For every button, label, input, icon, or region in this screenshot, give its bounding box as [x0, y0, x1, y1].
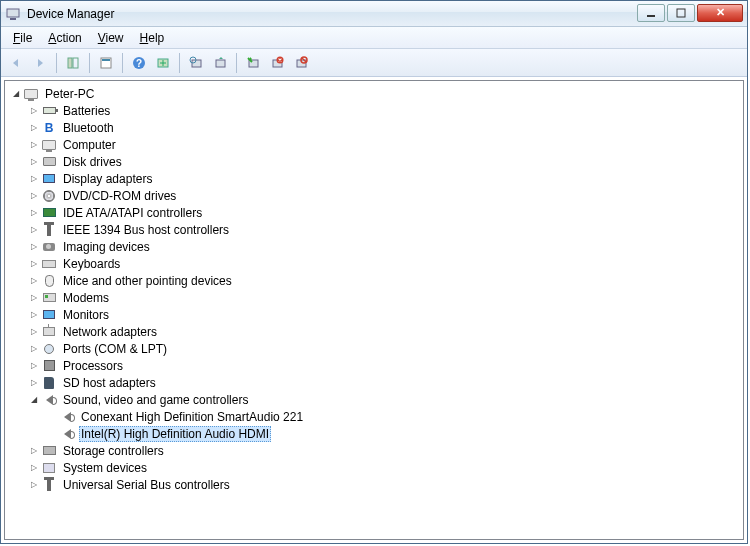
- tree-item-label: DVD/CD-ROM drives: [61, 189, 178, 203]
- forward-button[interactable]: [29, 52, 51, 74]
- tree-category[interactable]: ▷SD host adapters: [5, 374, 743, 391]
- menu-view[interactable]: View: [90, 29, 132, 47]
- close-button[interactable]: ✕: [697, 4, 743, 22]
- port-icon: [41, 341, 57, 357]
- battery-icon: [41, 103, 57, 119]
- toolbar: ?: [1, 49, 747, 77]
- minimize-button[interactable]: [637, 4, 665, 22]
- help-button[interactable]: ?: [128, 52, 150, 74]
- update-driver-button[interactable]: [209, 52, 231, 74]
- tree-category[interactable]: ▷Imaging devices: [5, 238, 743, 255]
- tree-item-label: Storage controllers: [61, 444, 166, 458]
- tree-category[interactable]: ▷IEEE 1394 Bus host controllers: [5, 221, 743, 238]
- expand-icon[interactable]: ▷: [29, 361, 39, 371]
- expand-icon[interactable]: ▷: [29, 480, 39, 490]
- expand-icon[interactable]: ▷: [29, 463, 39, 473]
- svg-rect-3: [677, 9, 685, 17]
- expand-icon[interactable]: ▷: [29, 225, 39, 235]
- menu-help[interactable]: Help: [132, 29, 173, 47]
- tree-category[interactable]: ▷Storage controllers: [5, 442, 743, 459]
- tree-category[interactable]: ▷Display adapters: [5, 170, 743, 187]
- expand-icon[interactable]: ▷: [29, 191, 39, 201]
- camera-icon: [41, 239, 57, 255]
- tree-item-label: Monitors: [61, 308, 111, 322]
- title-bar[interactable]: Device Manager ✕: [1, 1, 747, 27]
- tree-category[interactable]: ▷Disk drives: [5, 153, 743, 170]
- scan-hardware-button[interactable]: [185, 52, 207, 74]
- expand-icon[interactable]: ▷: [29, 174, 39, 184]
- expand-icon[interactable]: ▷: [29, 276, 39, 286]
- menu-bar: File Action View Help: [1, 27, 747, 49]
- tree-category[interactable]: ▷Batteries: [5, 102, 743, 119]
- expand-icon[interactable]: ▷: [29, 446, 39, 456]
- uninstall-button[interactable]: [266, 52, 288, 74]
- tree-category[interactable]: ▷Universal Serial Bus controllers: [5, 476, 743, 493]
- device-tree-panel[interactable]: ◢Peter-PC▷Batteries▷BBluetooth▷Computer▷…: [4, 80, 744, 540]
- expand-icon[interactable]: ▷: [29, 378, 39, 388]
- tree-category[interactable]: ▷Monitors: [5, 306, 743, 323]
- action-button[interactable]: [152, 52, 174, 74]
- tree-category[interactable]: ▷BBluetooth: [5, 119, 743, 136]
- collapse-icon[interactable]: ◢: [11, 89, 21, 99]
- show-hide-console-tree-button[interactable]: [62, 52, 84, 74]
- expand-icon[interactable]: ▷: [29, 106, 39, 116]
- tree-root[interactable]: ◢Peter-PC: [5, 85, 743, 102]
- toolbar-separator: [89, 53, 90, 73]
- tree-item-label: Peter-PC: [43, 87, 96, 101]
- toolbar-separator: [56, 53, 57, 73]
- device-manager-window: Device Manager ✕ File Action View Help ?…: [0, 0, 748, 544]
- back-button[interactable]: [5, 52, 27, 74]
- svg-rect-2: [647, 15, 655, 17]
- tree-device[interactable]: Intel(R) High Definition Audio HDMI: [5, 425, 743, 442]
- svg-rect-13: [216, 60, 225, 67]
- svg-rect-11: [192, 60, 201, 67]
- bluetooth-icon: B: [41, 120, 57, 136]
- menu-action[interactable]: Action: [40, 29, 89, 47]
- tree-category[interactable]: ▷System devices: [5, 459, 743, 476]
- maximize-button[interactable]: [667, 4, 695, 22]
- menu-file[interactable]: File: [5, 29, 40, 47]
- tree-item-label: SD host adapters: [61, 376, 158, 390]
- tree-category[interactable]: ▷IDE ATA/ATAPI controllers: [5, 204, 743, 221]
- sound-icon: [41, 392, 57, 408]
- enable-button[interactable]: [242, 52, 264, 74]
- tree-category[interactable]: ◢Sound, video and game controllers: [5, 391, 743, 408]
- expand-icon[interactable]: ▷: [29, 242, 39, 252]
- expand-icon[interactable]: ▷: [29, 293, 39, 303]
- mouse-icon: [41, 273, 57, 289]
- device-tree[interactable]: ◢Peter-PC▷Batteries▷BBluetooth▷Computer▷…: [5, 85, 743, 493]
- tree-category[interactable]: ▷Modems: [5, 289, 743, 306]
- tree-item-label: Imaging devices: [61, 240, 152, 254]
- collapse-icon[interactable]: ◢: [29, 395, 39, 405]
- disable-button[interactable]: [290, 52, 312, 74]
- svg-rect-4: [68, 58, 72, 68]
- tree-category[interactable]: ▷Network adapters: [5, 323, 743, 340]
- sd-icon: [41, 375, 57, 391]
- tree-category[interactable]: ▷DVD/CD-ROM drives: [5, 187, 743, 204]
- tree-item-label: Intel(R) High Definition Audio HDMI: [79, 426, 271, 442]
- modem-icon: [41, 290, 57, 306]
- usb-icon: [41, 222, 57, 238]
- expand-icon[interactable]: ▷: [29, 259, 39, 269]
- svg-rect-7: [102, 59, 110, 61]
- expand-icon[interactable]: ▷: [29, 344, 39, 354]
- expand-icon[interactable]: ▷: [29, 123, 39, 133]
- expand-icon[interactable]: ▷: [29, 140, 39, 150]
- expand-icon[interactable]: ▷: [29, 157, 39, 167]
- sound-icon: [59, 426, 75, 442]
- computer-icon: [23, 86, 39, 102]
- tree-category[interactable]: ▷Mice and other pointing devices: [5, 272, 743, 289]
- tree-category[interactable]: ▷Keyboards: [5, 255, 743, 272]
- disk-icon: [41, 154, 57, 170]
- expand-icon[interactable]: ▷: [29, 310, 39, 320]
- properties-button[interactable]: [95, 52, 117, 74]
- expand-icon[interactable]: ▷: [29, 327, 39, 337]
- svg-rect-0: [7, 9, 19, 17]
- tree-category[interactable]: ▷Processors: [5, 357, 743, 374]
- expand-icon[interactable]: ▷: [29, 208, 39, 218]
- tree-category[interactable]: ▷Ports (COM & LPT): [5, 340, 743, 357]
- card-icon: [41, 205, 57, 221]
- tree-category[interactable]: ▷Computer: [5, 136, 743, 153]
- tree-device[interactable]: Conexant High Definition SmartAudio 221: [5, 408, 743, 425]
- svg-text:?: ?: [136, 58, 142, 69]
